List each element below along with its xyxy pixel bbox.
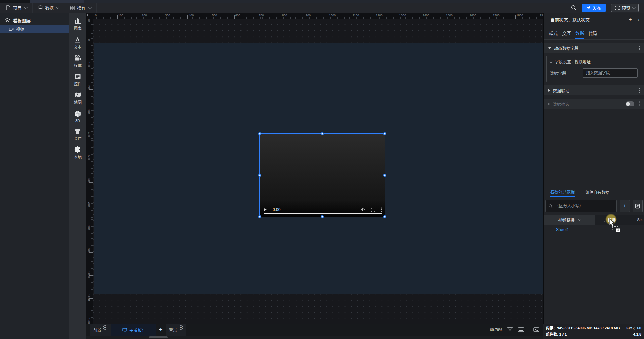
resize-handle[interactable] xyxy=(383,132,386,135)
resize-handle[interactable] xyxy=(383,215,386,218)
preview-button[interactable]: 预览 xyxy=(611,4,639,12)
grid-icon xyxy=(70,6,75,10)
fit-screen-icon[interactable] xyxy=(507,327,513,332)
ruler-label: 1400 xyxy=(423,14,429,17)
divider xyxy=(529,327,529,332)
tab-style[interactable]: 样式 xyxy=(549,27,558,39)
video-component-selected[interactable]: 0:00 xyxy=(259,133,385,217)
subboard-bar: 前景 + 子看板1 + 背景 + 69.79% xyxy=(86,324,543,336)
tab-component-own-data[interactable]: 组件自有数据 xyxy=(585,187,609,197)
resize-handle[interactable] xyxy=(383,174,386,177)
data-field-input[interactable] xyxy=(583,68,638,78)
current-state-label: 当前状态：默认状态 xyxy=(550,16,590,23)
column-dropdown[interactable]: 视频链接 xyxy=(544,215,595,225)
resize-handle[interactable] xyxy=(321,132,324,135)
add-data-button[interactable]: + xyxy=(620,200,630,212)
field-settings-header[interactable]: 字段设置 - 视频地址 xyxy=(550,59,638,64)
component-category-label: 控件 xyxy=(74,81,82,86)
bar-chart-icon xyxy=(74,17,82,24)
video-progress-bar[interactable] xyxy=(264,213,382,214)
add-foreground-icon[interactable]: + xyxy=(103,325,107,330)
tab-interaction[interactable]: 交互 xyxy=(562,27,571,39)
ruler-label: 100 xyxy=(87,62,91,67)
board-icon xyxy=(122,328,127,332)
data-search-input[interactable] xyxy=(555,204,613,208)
ruler-label: 1600 xyxy=(470,14,476,17)
horizontal-scrollbar[interactable] xyxy=(0,336,644,339)
puzzle-icon xyxy=(74,146,82,153)
kebab-menu-icon[interactable] xyxy=(639,46,640,50)
add-state-icon[interactable]: + xyxy=(629,16,632,23)
tab-data[interactable]: 数据 xyxy=(575,26,584,39)
add-subboard-button[interactable]: + xyxy=(156,324,166,336)
data-search-box[interactable] xyxy=(545,200,617,212)
ruler-label: 1300 xyxy=(399,14,406,17)
zoom-level[interactable]: 69.79% xyxy=(490,328,502,332)
terminal-icon[interactable] xyxy=(533,327,539,332)
data-grid-header-row: 视频链接 链接 Str. xyxy=(544,215,644,225)
menu-data[interactable]: 数据 xyxy=(33,3,64,13)
ruler-label: 600 xyxy=(87,178,91,183)
sheet-row[interactable]: Sheet1 xyxy=(544,225,644,235)
ruler-label: 300 xyxy=(165,14,170,17)
component-category-label: 本地 xyxy=(74,154,82,160)
component-category-media[interactable]: 媒体 xyxy=(74,55,82,68)
tab-code[interactable]: 代码 xyxy=(588,27,597,39)
chevron-down-icon xyxy=(88,6,92,9)
kebab-menu-icon[interactable] xyxy=(639,88,640,93)
resize-handle[interactable] xyxy=(321,215,324,218)
subboard-tab-active[interactable]: 子看板1 xyxy=(111,324,156,336)
component-category-kits[interactable]: 套件 xyxy=(74,128,82,141)
menu-project[interactable]: 项目 xyxy=(0,3,33,13)
fullscreen-icon[interactable] xyxy=(371,208,375,212)
canvas-viewport[interactable]: 0:00 xyxy=(93,19,543,324)
kebab-menu-icon[interactable] xyxy=(381,207,382,212)
scroll-strip-segment xyxy=(69,336,86,339)
scrollbar-thumb[interactable] xyxy=(149,336,168,338)
background-button[interactable]: 背景 + xyxy=(166,324,186,336)
chevron-right-icon[interactable]: › xyxy=(638,17,639,22)
resize-handle[interactable] xyxy=(258,132,261,135)
ruler-label: 0 xyxy=(95,14,97,17)
ruler-label: 0 xyxy=(87,39,91,41)
section-data-linkage[interactable]: 数据联动 xyxy=(544,85,644,95)
play-icon[interactable] xyxy=(264,208,267,211)
component-category-maps[interactable]: 地图 xyxy=(74,92,82,105)
field-settings-box: 字段设置 - 视频地址 数据字段 xyxy=(546,56,641,82)
resize-handle[interactable] xyxy=(258,215,261,218)
paper-plane-icon xyxy=(586,6,591,10)
ruler-label: 400 xyxy=(87,132,91,137)
canvas-area: 0100200300400500600700800900100011001200… xyxy=(86,13,543,324)
data-filter-toggle-off[interactable] xyxy=(626,101,634,106)
tab-dashboard-shared-data[interactable]: 看板公共数据 xyxy=(550,187,575,197)
component-category-controls[interactable]: 控件 xyxy=(74,73,82,86)
component-category-3d[interactable]: 3D xyxy=(74,110,81,123)
resize-handle[interactable] xyxy=(258,174,261,177)
data-source-panel: 看板公共数据 组件自有数据 + 视频链接 链接 Str. xyxy=(544,187,644,324)
publish-button[interactable]: 发布 xyxy=(582,4,606,12)
keyboard-icon[interactable] xyxy=(518,327,524,332)
chevron-down-icon xyxy=(632,6,636,9)
muted-speaker-icon[interactable] xyxy=(360,207,366,212)
component-category-charts[interactable]: 图表 xyxy=(74,17,82,31)
ruler-label: 1700 xyxy=(493,14,499,17)
fps-status: FPS：60 xyxy=(626,325,641,331)
menu-actions[interactable]: 操作 xyxy=(64,3,97,13)
search-icon[interactable] xyxy=(571,5,577,11)
top-strip-segment xyxy=(0,0,30,3)
ruler-label: 1000 xyxy=(329,14,336,17)
component-category-text[interactable]: 文本 xyxy=(74,36,82,50)
component-category-local[interactable]: 本地 xyxy=(74,146,82,160)
triangle-down-icon xyxy=(548,47,551,49)
section-data-filter[interactable]: 数据筛选 xyxy=(544,99,644,109)
ruler-label: 500 xyxy=(87,155,91,160)
layer-item-video[interactable]: 视频 xyxy=(0,25,69,33)
edit-data-button[interactable] xyxy=(633,200,643,212)
video-camera-icon xyxy=(9,27,14,31)
main-toolbar: 项目 数据 操作 发布 预览 xyxy=(0,3,644,13)
kebab-menu-icon[interactable] xyxy=(639,101,640,106)
add-background-icon[interactable]: + xyxy=(179,325,183,330)
field-checkbox[interactable] xyxy=(601,218,605,222)
section-dynamic-data-fields[interactable]: 动态数据字段 xyxy=(544,43,644,53)
foreground-button[interactable]: 前景 + xyxy=(90,324,111,336)
